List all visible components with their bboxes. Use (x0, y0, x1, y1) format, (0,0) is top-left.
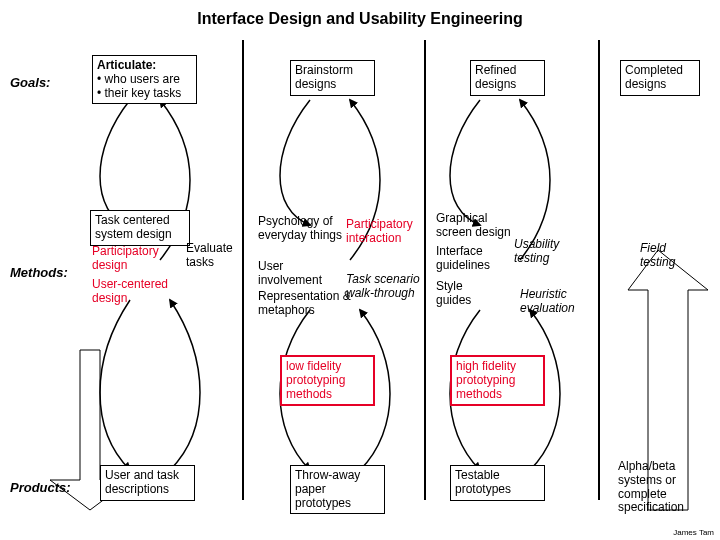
articulate-b2: • their key tasks (97, 86, 181, 100)
method-task-centered: Task centered system design (90, 210, 190, 246)
method-evaluate-tasks: Evaluate tasks (186, 242, 241, 270)
method-user-involvement: User involvement (258, 260, 343, 288)
high-fidelity-box: high fidelity prototyping methods (450, 355, 545, 406)
divider-1 (242, 40, 244, 500)
credit: James Tam (673, 528, 714, 537)
goal-articulate: Articulate: • who users are • their key … (92, 55, 197, 104)
goal-completed: Completed designs (620, 60, 700, 96)
method-graphical: Graphical screen design (436, 212, 526, 240)
method-participatory-design: Participatory design (92, 245, 172, 273)
method-user-centered: User-centered design (92, 278, 172, 306)
method-usability-testing: Usability testing (514, 238, 574, 266)
product-testable: Testable prototypes (450, 465, 545, 501)
method-style-guides: Style guides (436, 280, 496, 308)
label-goals: Goals: (10, 75, 50, 90)
articulate-b1: • who users are (97, 72, 180, 86)
method-task-scenario: Task scenario walk-through (346, 273, 426, 301)
goal-refined: Refined designs (470, 60, 545, 96)
method-field-testing: Field testing (640, 242, 695, 270)
page-title: Interface Design and Usability Engineeri… (0, 10, 720, 28)
divider-2 (424, 40, 426, 500)
articulate-title: Articulate: (97, 58, 156, 72)
method-heuristic: Heuristic evaluation (520, 288, 590, 316)
label-products: Products: (10, 480, 71, 495)
method-representation: Representation & metaphors (258, 290, 353, 318)
divider-3 (598, 40, 600, 500)
method-participatory-interaction: Participatory interaction (346, 218, 426, 246)
low-fidelity-box: low fidelity prototyping methods (280, 355, 375, 406)
product-throwaway: Throw-away paper prototypes (290, 465, 385, 514)
goal-brainstorm: Brainstorm designs (290, 60, 375, 96)
method-interface-guidelines: Interface guidelines (436, 245, 506, 273)
product-alpha-beta: Alpha/beta systems or complete specifica… (618, 460, 708, 515)
label-methods: Methods: (10, 265, 68, 280)
method-psychology: Psychology of everyday things (258, 215, 343, 243)
product-user-task-desc: User and task descriptions (100, 465, 195, 501)
